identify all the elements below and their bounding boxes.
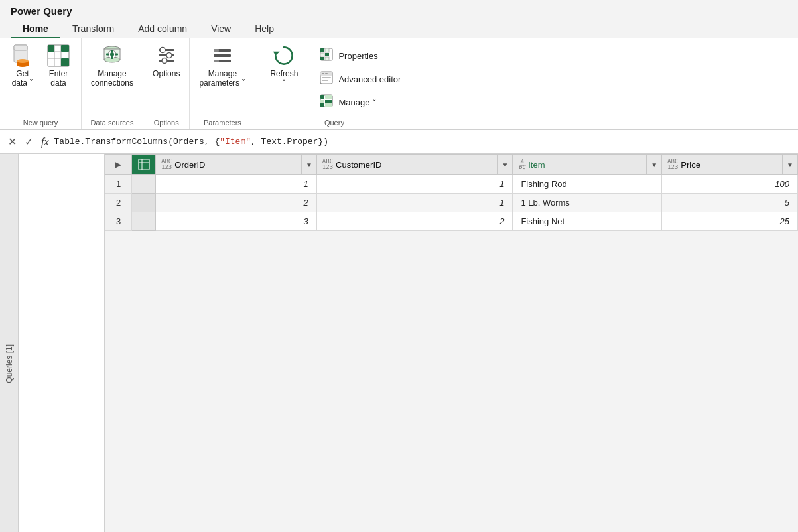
tab-add-column[interactable]: Add column: [126, 18, 199, 38]
manage-connections-icon: [100, 44, 124, 68]
query-group-label: Query: [261, 119, 407, 128]
manage-button[interactable]: Manage ˅: [316, 92, 405, 113]
svg-rect-51: [325, 100, 332, 103]
svg-rect-1: [14, 45, 27, 50]
svg-rect-49: [325, 95, 332, 99]
svg-rect-53: [325, 103, 332, 107]
svg-rect-52: [320, 103, 324, 107]
col-name-price: Price: [681, 160, 700, 170]
svg-rect-10: [61, 45, 69, 52]
svg-point-26: [166, 53, 172, 58]
manage-parameters-label: Manageparameters ˅: [199, 69, 245, 88]
manage-parameters-icon: [210, 44, 234, 68]
svg-rect-54: [139, 159, 149, 170]
get-data-icon: [11, 44, 34, 68]
row-2-item: 1 Lb. Worms: [513, 194, 662, 212]
enter-data-label: Enterdata: [49, 69, 68, 88]
refresh-button[interactable]: Refresh˅: [261, 41, 307, 91]
data-sources-group-label: Data sources: [87, 119, 137, 128]
parameters-group-label: Parameters: [195, 119, 249, 128]
svg-rect-29: [214, 54, 231, 57]
advanced-editor-label: Advanced editor: [338, 74, 401, 84]
main-layout: Queries [1] ▶: [0, 154, 798, 532]
row-num-2: 2: [105, 194, 132, 212]
row-1-expand: [132, 175, 156, 194]
svg-point-27: [162, 58, 167, 64]
row-3-price: 25: [662, 212, 798, 231]
formula-input[interactable]: Table.TransformColumns(Orders, {"Item", …: [54, 137, 793, 147]
properties-icon: [320, 48, 333, 64]
enter-data-icon: [46, 44, 70, 68]
advanced-editor-button[interactable]: Advanced editor: [316, 68, 405, 90]
svg-rect-35: [320, 48, 324, 52]
col-name-item: Item: [528, 160, 545, 170]
svg-rect-39: [320, 57, 324, 60]
row-3-item: Fishing Net: [513, 212, 662, 231]
svg-rect-18: [111, 50, 113, 52]
enter-data-button[interactable]: Enterdata: [41, 41, 76, 91]
col-header-customerid: ABC 123 CustomerID ▼: [316, 155, 513, 175]
row-2-orderid: 2: [156, 194, 317, 212]
manage-parameters-button[interactable]: Manageparameters ˅: [195, 41, 249, 91]
data-area: ▶: [105, 154, 798, 532]
table-expand-header: ▶: [105, 155, 132, 175]
tab-view[interactable]: View: [199, 18, 243, 38]
formula-bar-actions: ✕ ✓: [5, 134, 36, 149]
table-row: 2 2 1 1 Lb. Worms 5: [105, 194, 798, 212]
row-3-expand: [132, 212, 156, 231]
formula-fx-label: fx: [41, 136, 49, 148]
svg-rect-31: [214, 49, 219, 52]
col-dropdown-price[interactable]: ▼: [782, 155, 797, 174]
svg-rect-36: [325, 48, 329, 52]
col-name-orderid: OrderID: [174, 160, 205, 170]
properties-label: Properties: [338, 51, 377, 61]
get-data-label: Getdata ˅: [12, 69, 34, 88]
manage-connections-button[interactable]: Manageconnections: [87, 41, 137, 91]
row-num-3: 3: [105, 212, 132, 231]
col-name-customerid: CustomerID: [336, 160, 381, 170]
table-row: 3 3 2 Fishing Net 25: [105, 212, 798, 231]
new-query-group-label: New query: [5, 119, 76, 128]
queries-panel: [19, 154, 105, 532]
tab-transform[interactable]: Transform: [60, 18, 126, 38]
svg-rect-20: [106, 54, 109, 56]
svg-rect-45: [322, 77, 331, 78]
formula-cancel-button[interactable]: ✕: [5, 134, 19, 149]
formula-bar: ✕ ✓ fx Table.TransformColumns(Orders, {"…: [0, 130, 798, 154]
properties-button[interactable]: Properties: [316, 45, 405, 67]
row-2-expand: [132, 194, 156, 212]
col-dropdown-customerid[interactable]: ▼: [497, 155, 512, 174]
svg-rect-32: [214, 60, 219, 62]
col-dropdown-orderid[interactable]: ▼: [301, 155, 316, 174]
row-1-orderid: 1: [156, 175, 317, 194]
options-button[interactable]: Options: [149, 41, 184, 81]
col-dropdown-item[interactable]: ▼: [646, 155, 661, 174]
svg-rect-11: [48, 45, 54, 52]
tab-help[interactable]: Help: [243, 18, 286, 38]
row-2-price: 5: [662, 194, 798, 212]
svg-rect-21: [115, 54, 118, 56]
row-3-customerid: 2: [316, 212, 513, 231]
ribbon-group-data-sources: Manageconnections Data sources: [82, 38, 143, 129]
ribbon-group-new-query: Getdata ˅ Ente: [0, 38, 82, 129]
svg-rect-40: [325, 57, 329, 60]
ribbon-tab-bar: Home Transform Add column View Help: [0, 18, 798, 38]
get-data-button[interactable]: Getdata ˅: [5, 41, 40, 91]
col-header-orderid: ABC 123 OrderID ▼: [156, 155, 317, 175]
refresh-icon: [272, 44, 296, 68]
expand-icon[interactable]: ▶: [115, 160, 121, 169]
options-icon: [155, 44, 178, 68]
row-1-price: 100: [662, 175, 798, 194]
tab-home[interactable]: Home: [11, 18, 60, 38]
svg-rect-50: [320, 100, 324, 103]
manage-icon: [320, 94, 333, 111]
table-type-header[interactable]: [132, 155, 156, 175]
data-table: ▶: [105, 154, 798, 231]
svg-point-17: [110, 52, 114, 56]
row-1-item: Fishing Rod: [513, 175, 662, 194]
svg-rect-37: [320, 53, 324, 56]
formula-confirm-button[interactable]: ✓: [22, 134, 36, 149]
sidebar-indicator[interactable]: Queries [1]: [0, 154, 19, 532]
svg-point-25: [160, 48, 165, 53]
table-row: 1 1 1 Fishing Rod 100: [105, 175, 798, 194]
